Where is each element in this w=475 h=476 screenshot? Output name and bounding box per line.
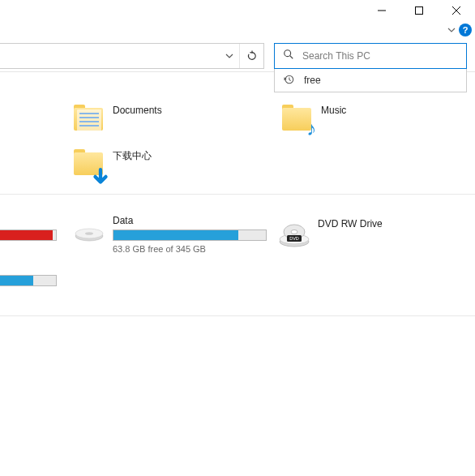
folder-item-documents[interactable]: Documents bbox=[72, 105, 162, 145]
search-history-item[interactable]: free bbox=[275, 69, 466, 92]
documents-folder-icon bbox=[72, 105, 106, 139]
svg-rect-1 bbox=[416, 6, 423, 14]
help-button[interactable]: ? bbox=[459, 24, 472, 36]
svg-line-5 bbox=[290, 56, 293, 59]
title-bar bbox=[0, 0, 475, 20]
svg-point-14 bbox=[85, 232, 93, 235]
ribbon-expand-chevron-icon[interactable] bbox=[447, 27, 456, 33]
refresh-button[interactable] bbox=[239, 44, 263, 68]
drive-label: Data bbox=[113, 215, 267, 226]
folder-label: 下载中心 bbox=[113, 149, 152, 163]
drive-item-dvd[interactable]: DVD DVD RW Drive bbox=[277, 218, 383, 252]
search-input[interactable] bbox=[302, 50, 466, 62]
drive-free-text: 63.8 GB free of 345 GB bbox=[113, 244, 267, 254]
search-history-text: free bbox=[304, 75, 321, 86]
maximize-button[interactable] bbox=[400, 0, 438, 20]
hard-drive-icon bbox=[72, 215, 106, 249]
dvd-drive-icon: DVD bbox=[277, 218, 311, 252]
drive-label: DVD RW Drive bbox=[318, 218, 383, 229]
folder-label: Documents bbox=[113, 105, 162, 116]
downloads-folder-icon bbox=[72, 149, 106, 183]
drive-usage-bar-partial[interactable] bbox=[0, 229, 57, 241]
svg-point-4 bbox=[285, 50, 291, 57]
address-dropdown-button[interactable] bbox=[220, 44, 239, 68]
search-icon bbox=[283, 49, 294, 63]
drive-usage-bar bbox=[113, 229, 267, 241]
music-folder-icon: ♪ bbox=[280, 105, 315, 139]
folder-item-music[interactable]: ♪ Music bbox=[280, 105, 346, 145]
section-separator bbox=[0, 315, 475, 316]
refresh-icon bbox=[246, 50, 258, 62]
close-button[interactable] bbox=[438, 0, 475, 20]
search-box[interactable] bbox=[274, 43, 467, 69]
address-bar[interactable] bbox=[0, 43, 264, 69]
svg-point-18 bbox=[291, 229, 297, 234]
svg-text:DVD: DVD bbox=[289, 236, 299, 241]
folder-item-downloads[interactable]: 下载中心 bbox=[72, 149, 152, 190]
section-separator bbox=[0, 194, 475, 195]
folder-label: Music bbox=[321, 105, 346, 116]
minimize-button[interactable] bbox=[363, 0, 400, 20]
nav-row: free bbox=[0, 40, 475, 72]
history-icon bbox=[283, 74, 294, 88]
drive-usage-fill bbox=[113, 230, 238, 240]
drive-usage-bar-partial[interactable] bbox=[0, 275, 57, 286]
search-suggestions-dropdown: free bbox=[274, 69, 467, 92]
chevron-down-icon bbox=[225, 53, 233, 59]
ribbon-row: ? bbox=[0, 20, 475, 40]
drive-item-data[interactable]: Data 63.8 GB free of 345 GB bbox=[72, 215, 267, 254]
